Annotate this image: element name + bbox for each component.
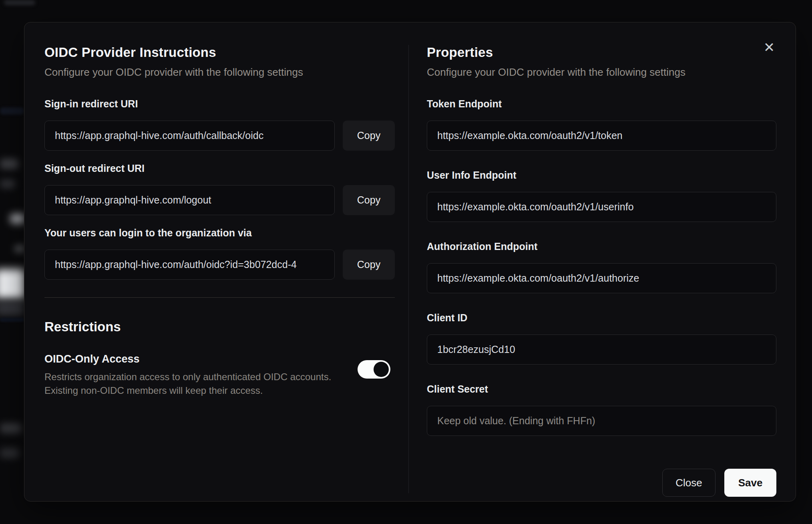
background-blur-band — [0, 107, 24, 115]
sign-in-redirect-field: Sign-in redirect URI Copy — [44, 98, 395, 163]
organization-login-label: Your users can login to the organization… — [44, 227, 395, 239]
oidc-instructions-section: OIDC Provider Instructions Configure you… — [44, 45, 395, 493]
properties-subtitle: Configure your OIDC provider with the fo… — [427, 66, 776, 79]
oidc-instructions-subtitle: Configure your OIDC provider with the fo… — [44, 66, 395, 79]
token-endpoint-field: Token Endpoint — [427, 98, 776, 169]
background-blur-text — [0, 159, 18, 169]
background-blur-text — [14, 245, 25, 252]
restrictions-title: Restrictions — [44, 319, 395, 335]
authorization-endpoint-label: Authorization Endpoint — [427, 241, 776, 252]
background-blur-white-block — [0, 269, 25, 299]
copy-sign-in-button[interactable]: Copy — [343, 121, 395, 151]
oidc-instructions-title: OIDC Provider Instructions — [44, 45, 395, 60]
oidc-only-access-row: OIDC-Only Access Restricts organization … — [44, 353, 395, 397]
background-blur-band — [0, 318, 24, 322]
close-button[interactable]: Close — [662, 469, 716, 497]
client-secret-input[interactable] — [427, 406, 776, 436]
copy-sign-out-button[interactable]: Copy — [343, 185, 395, 215]
client-id-label: Client ID — [427, 312, 776, 324]
oidc-only-access-text: OIDC-Only Access Restricts organization … — [44, 353, 331, 397]
client-secret-field: Client Secret — [427, 383, 776, 455]
authorization-endpoint-field: Authorization Endpoint — [427, 241, 776, 312]
authorization-endpoint-input[interactable] — [427, 263, 776, 293]
toggle-thumb — [374, 362, 389, 377]
client-secret-label: Client Secret — [427, 383, 776, 395]
background-blur-text — [0, 423, 22, 433]
properties-title: Properties — [427, 45, 776, 60]
sign-out-redirect-label: Sign-out redirect URI — [44, 163, 395, 174]
copy-login-url-button[interactable]: Copy — [343, 250, 395, 280]
description-line-1: Restricts organization access to only au… — [44, 371, 331, 382]
token-endpoint-label: Token Endpoint — [427, 98, 776, 110]
token-endpoint-input[interactable] — [427, 121, 776, 151]
oidc-only-access-label: OIDC-Only Access — [44, 353, 331, 365]
user-info-endpoint-input[interactable] — [427, 192, 776, 222]
section-divider — [44, 297, 395, 298]
client-id-field: Client ID — [427, 312, 776, 383]
description-line-2: Existing non-OIDC members will keep thei… — [44, 385, 263, 396]
sign-in-redirect-label: Sign-in redirect URI — [44, 98, 395, 110]
background-blur-pill — [4, 0, 35, 5]
organization-login-field: Your users can login to the organization… — [44, 227, 395, 292]
client-id-input[interactable] — [427, 335, 776, 365]
oidc-settings-dialog: ✕ OIDC Provider Instructions Configure y… — [24, 22, 796, 502]
background-blur-text — [0, 448, 19, 458]
properties-section: Properties Configure your OIDC provider … — [408, 45, 776, 493]
sign-out-redirect-input[interactable] — [44, 185, 335, 215]
oidc-only-access-description: Restricts organization access to only au… — [44, 370, 331, 397]
user-info-endpoint-label: User Info Endpoint — [427, 169, 776, 181]
user-info-endpoint-field: User Info Endpoint — [427, 169, 776, 241]
background-blur-highlight — [10, 214, 25, 224]
organization-login-input[interactable] — [44, 250, 335, 280]
background-blur-text — [0, 179, 15, 188]
sign-in-redirect-input[interactable] — [44, 121, 335, 151]
oidc-only-access-toggle[interactable] — [358, 360, 390, 379]
background-blur-block — [0, 301, 24, 316]
dialog-footer: Close Save — [427, 469, 776, 497]
save-button[interactable]: Save — [724, 469, 776, 497]
sign-out-redirect-field: Sign-out redirect URI Copy — [44, 163, 395, 227]
close-icon[interactable]: ✕ — [759, 37, 780, 58]
